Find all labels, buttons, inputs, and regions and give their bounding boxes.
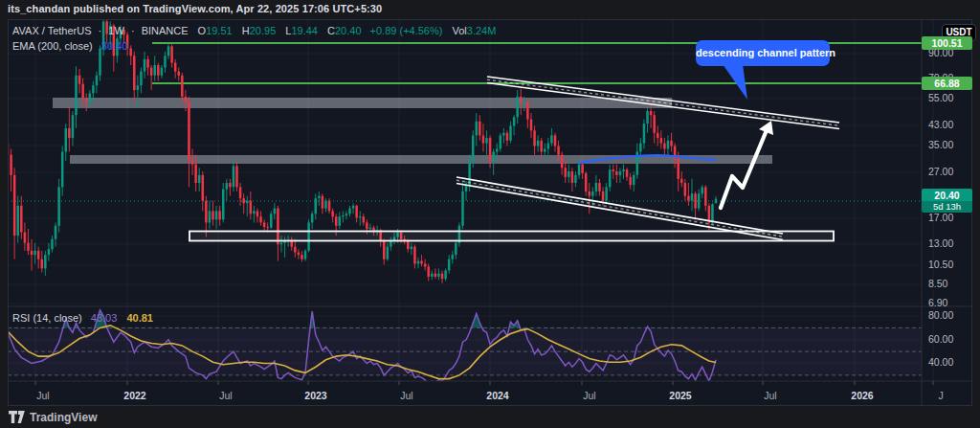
candle-down	[694, 193, 697, 208]
candle-down	[10, 155, 12, 175]
candle-up	[667, 141, 670, 149]
candle-down	[657, 133, 659, 138]
candle-up	[16, 206, 19, 236]
candle-down	[78, 76, 81, 84]
candle-down	[489, 138, 492, 161]
candle-up	[390, 241, 392, 247]
rsi-value: 43.03	[91, 312, 118, 324]
candle-up	[359, 216, 362, 217]
callout-bubble[interactable]: descending channel pattern	[696, 40, 830, 66]
candle-down	[540, 141, 543, 152]
candle-down	[322, 196, 324, 209]
candle-down	[383, 241, 386, 259]
candle-down	[331, 211, 334, 216]
candle-down	[328, 201, 331, 212]
rsi-axis-label: 80.00	[928, 309, 953, 321]
candle-down	[81, 84, 84, 99]
candle-up	[161, 68, 164, 76]
candle-up	[633, 175, 635, 185]
volume-value: 3.24M	[467, 25, 497, 36]
candle-up	[61, 151, 63, 187]
candle-down	[557, 146, 560, 154]
candle-up	[431, 274, 434, 277]
ema-legend[interactable]: EMA (200, close) 30.40	[12, 40, 127, 52]
candle-down	[363, 216, 366, 222]
candle-up	[496, 148, 499, 151]
candle-up	[164, 56, 167, 67]
candle-down	[653, 115, 656, 133]
candle-up	[144, 59, 146, 72]
candle-up	[140, 72, 143, 86]
chart-canvas[interactable]	[0, 0, 980, 428]
candle-up	[226, 183, 229, 190]
candle-down	[413, 247, 416, 264]
candle-down	[150, 68, 153, 76]
candle-up	[72, 115, 75, 138]
candle-down	[506, 133, 509, 141]
candle-down	[24, 232, 27, 242]
candle-up	[711, 204, 714, 222]
candle-up	[698, 193, 701, 208]
time-axis[interactable]: Jul2022Jul2023Jul2024Jul2025Jul2026J	[8, 390, 922, 406]
candle-up	[233, 166, 235, 187]
candle-down	[598, 183, 601, 191]
time-axis-label: Jul	[219, 390, 232, 401]
candle-down	[612, 169, 615, 171]
candle-down	[660, 138, 663, 144]
candle-up	[437, 274, 440, 277]
candle-down	[188, 101, 190, 161]
candle-down	[424, 263, 427, 266]
candle-up	[324, 201, 327, 209]
time-axis-label: 2025	[669, 390, 691, 401]
high-value: 20.95	[250, 25, 277, 36]
candle-down	[533, 130, 536, 146]
candle-down	[194, 165, 197, 183]
candle-down	[684, 183, 687, 196]
candle-down	[256, 211, 259, 216]
candle-up	[691, 193, 694, 200]
ema-label: EMA (200, close)	[12, 40, 93, 52]
candle-down	[294, 247, 297, 253]
candle-down	[585, 173, 588, 191]
candle-up	[99, 48, 101, 75]
candle-up	[215, 211, 218, 219]
candle-down	[581, 165, 584, 173]
rsi-axis[interactable]: 80.0060.0040.00	[922, 308, 980, 381]
rsi-ma-value: 40.81	[126, 312, 153, 324]
symbol-legend[interactable]: AVAX / TetherUS · 1W · BINANCE O19.51 H2…	[12, 25, 496, 36]
tradingview-logo-icon	[9, 411, 25, 424]
candle-up	[605, 187, 608, 200]
candle-down	[561, 155, 564, 169]
candle-down	[185, 97, 188, 101]
candle-down	[181, 76, 184, 97]
candle-down	[554, 135, 557, 146]
current-price-value: 20.40	[922, 189, 972, 201]
candle-down	[687, 196, 690, 201]
candle-up	[339, 216, 342, 225]
tradingview-watermark-text: TradingView	[30, 411, 97, 424]
candle-up	[167, 46, 170, 56]
candle-up	[544, 148, 546, 151]
candle-down	[427, 266, 430, 277]
candle-down	[68, 128, 71, 138]
candle-down	[212, 211, 214, 219]
time-axis-label: 2022	[123, 390, 145, 401]
candle-up	[33, 251, 36, 255]
candle-up	[280, 243, 283, 245]
rsi-legend[interactable]: RSI (14, close) 43.03 40.81	[12, 312, 153, 324]
candle-up	[65, 128, 68, 152]
candle-up	[509, 125, 512, 140]
candle-down	[202, 175, 205, 201]
candle-up	[492, 151, 495, 161]
tradingview-watermark[interactable]: TradingView	[9, 411, 97, 424]
candle-up	[472, 135, 475, 161]
candle-down	[589, 191, 591, 196]
candle-down	[239, 187, 242, 198]
candle-up	[485, 138, 488, 144]
candle-up	[352, 206, 355, 209]
support-box[interactable]	[189, 232, 834, 241]
candle-down	[174, 63, 177, 72]
candle-up	[57, 187, 60, 225]
candle-down	[530, 120, 533, 131]
time-axis-label: 2023	[304, 390, 326, 401]
